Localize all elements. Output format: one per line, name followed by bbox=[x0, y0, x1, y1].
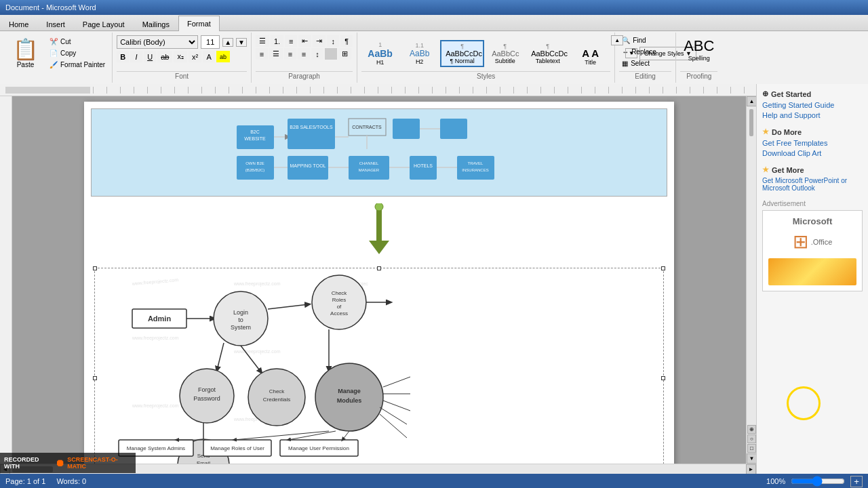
paste-button[interactable]: 📋 Paste bbox=[7, 35, 44, 70]
highlight-btn[interactable]: ab bbox=[216, 51, 230, 62]
subscript-btn[interactable]: x₂ bbox=[174, 51, 187, 62]
free-templates-link[interactable]: Get Free Templates bbox=[762, 139, 863, 147]
svg-line-87 bbox=[342, 431, 349, 440]
align-center-btn[interactable]: ☰ bbox=[269, 48, 283, 60]
help-support-link[interactable]: Help and Support bbox=[762, 111, 863, 119]
office-gradient-banner bbox=[768, 258, 856, 285]
svg-text:Manage User Permission: Manage User Permission bbox=[288, 445, 349, 451]
ribbon-tabs: Home Insert Page Layout Mailings Format bbox=[0, 15, 868, 31]
strikethrough-btn[interactable]: ab bbox=[157, 51, 172, 62]
handle-tc[interactable] bbox=[377, 266, 381, 270]
app-title: Document - Microsoft Word bbox=[5, 3, 96, 12]
style-tabletext[interactable]: ¶ AaBbCcDc Tabletext bbox=[526, 40, 570, 67]
spelling-button[interactable]: ABC Spelling bbox=[680, 35, 717, 64]
scroll-down-btn[interactable]: ▼ bbox=[747, 453, 756, 464]
align-left-btn[interactable]: ≡ bbox=[256, 48, 268, 60]
cut-button[interactable]: ✂️ Cut bbox=[47, 37, 108, 47]
svg-text:Admin: Admin bbox=[148, 314, 172, 323]
style-h1[interactable]: 1 AaBb H1 bbox=[361, 39, 399, 68]
justify-btn[interactable]: ≡ bbox=[298, 48, 310, 60]
ms-office-link[interactable]: Get Microsoft PowerPoint or Microsoft Ou… bbox=[762, 177, 863, 192]
borders-btn[interactable]: ⊞ bbox=[338, 48, 351, 60]
sort-btn[interactable]: ↕ bbox=[327, 35, 339, 47]
svg-line-85 bbox=[234, 431, 329, 440]
copy-button[interactable]: 📄 Copy bbox=[47, 48, 108, 58]
zoom-slider[interactable] bbox=[791, 476, 845, 487]
style-h2[interactable]: 1.1 AaBb H2 bbox=[401, 39, 438, 68]
do-more-icon: ★ bbox=[762, 127, 769, 136]
increase-font-btn[interactable]: ▲ bbox=[222, 38, 233, 47]
align-right-btn[interactable]: ≡ bbox=[284, 48, 296, 60]
svg-text:Credentials: Credentials bbox=[263, 396, 290, 403]
svg-text:WEBSITE: WEBSITE bbox=[244, 136, 266, 141]
select-icon: ▦ bbox=[622, 60, 628, 67]
get-more-section: ★ Get More Get Microsoft PowerPoint or M… bbox=[762, 165, 863, 192]
ms-logo: Microsoft bbox=[768, 216, 856, 226]
recorded-text: RECORDED WITH bbox=[4, 456, 52, 470]
handle-tl[interactable] bbox=[93, 266, 97, 270]
zoom-btn[interactable]: ⊕ bbox=[747, 425, 756, 434]
tab-mailings[interactable]: Mailings bbox=[134, 16, 178, 31]
svg-text:B2C: B2C bbox=[250, 129, 260, 134]
tab-insert[interactable]: Insert bbox=[37, 16, 74, 31]
text-color-btn[interactable]: A bbox=[203, 51, 215, 62]
font-size-input[interactable] bbox=[201, 35, 220, 49]
svg-text:B2B SALES/TOOLS: B2B SALES/TOOLS bbox=[290, 125, 333, 129]
svg-text:Check: Check bbox=[332, 290, 348, 296]
svg-line-69 bbox=[383, 377, 410, 387]
handle-tr[interactable] bbox=[661, 266, 665, 270]
svg-rect-4 bbox=[288, 119, 335, 149]
handle-mr[interactable] bbox=[661, 376, 665, 380]
svg-text:(B2B/B2C): (B2B/B2C) bbox=[245, 168, 265, 172]
bold-btn[interactable]: B bbox=[117, 51, 129, 62]
increase-indent-btn[interactable]: ⇥ bbox=[313, 35, 326, 47]
zoom-in-btn[interactable]: + bbox=[850, 476, 863, 487]
fit-btn[interactable]: □ bbox=[747, 444, 756, 453]
svg-text:of: of bbox=[337, 304, 342, 310]
decrease-font-btn[interactable]: ▼ bbox=[236, 38, 247, 47]
tab-format[interactable]: Format bbox=[178, 16, 220, 31]
get-more-icon: ★ bbox=[762, 165, 769, 174]
paragraph-group-label: Paragraph bbox=[256, 71, 353, 80]
underline-btn[interactable]: U bbox=[144, 51, 156, 62]
office-brand-icon: ⊞ bbox=[793, 230, 808, 253]
svg-text:www.freeprojectz.com: www.freeprojectz.com bbox=[233, 349, 281, 354]
tab-home[interactable]: Home bbox=[0, 16, 37, 31]
handle-ml[interactable] bbox=[93, 376, 97, 380]
arrow-down-container bbox=[91, 203, 667, 254]
line-spacing-btn[interactable]: ↕ bbox=[311, 48, 323, 60]
bullets-btn[interactable]: ☰ bbox=[256, 35, 269, 47]
find-button[interactable]: 🔍 Find bbox=[619, 35, 671, 45]
multilevel-btn[interactable]: ≡ bbox=[285, 35, 297, 47]
down-arrow-svg bbox=[369, 203, 389, 254]
status-right: 100% + bbox=[766, 476, 863, 487]
zoom-out-btn[interactable]: ○ bbox=[747, 434, 756, 443]
cut-icon: ✂️ bbox=[50, 38, 58, 45]
flowchart-container[interactable]: www.freeprojectz.com www.freeprojectz.co… bbox=[94, 268, 664, 464]
italic-btn[interactable]: I bbox=[130, 51, 142, 62]
document-area[interactable]: B2C WEBSITE B2B SALES/TOOLS CONTRACTS bbox=[12, 96, 746, 464]
clip-art-link[interactable]: Download Clip Art bbox=[762, 149, 863, 157]
style-title[interactable]: A A Title bbox=[572, 38, 609, 68]
scroll-up-btn[interactable]: ▲ bbox=[747, 96, 756, 106]
get-started-title: ⊕ Get Started bbox=[762, 89, 863, 98]
scroll-right-btn[interactable]: ► bbox=[746, 464, 756, 474]
tab-page-layout[interactable]: Page Layout bbox=[74, 16, 134, 31]
superscript-btn[interactable]: x² bbox=[189, 51, 201, 62]
svg-marker-31 bbox=[369, 241, 389, 254]
vertical-ruler bbox=[0, 96, 12, 464]
format-painter-button[interactable]: 🖌️ Format Painter bbox=[47, 60, 108, 70]
decrease-indent-btn[interactable]: ⇤ bbox=[298, 35, 311, 47]
font-family-select[interactable]: Calibri (Body) bbox=[117, 35, 198, 49]
select-button[interactable]: ▦ Select bbox=[619, 58, 671, 68]
numbering-btn[interactable]: 1. bbox=[271, 35, 283, 47]
show-marks-btn[interactable]: ¶ bbox=[340, 35, 353, 47]
style-normal[interactable]: ¶ AaBbCcDc ¶ Normal bbox=[440, 40, 484, 67]
vertical-scrollbar[interactable]: ▲ ⊕ ○ □ ▼ bbox=[746, 96, 756, 464]
scroll-thumb[interactable] bbox=[749, 109, 753, 136]
shading-btn[interactable] bbox=[325, 48, 337, 60]
getting-started-guide-link[interactable]: Getting Started Guide bbox=[762, 101, 863, 109]
ms-office-ad: Microsoft ⊞ .Office bbox=[762, 210, 863, 291]
replace-button[interactable]: ↔ Replace bbox=[619, 47, 671, 57]
style-subtitle[interactable]: ¶ AaBbCc Subtitle bbox=[486, 40, 524, 67]
